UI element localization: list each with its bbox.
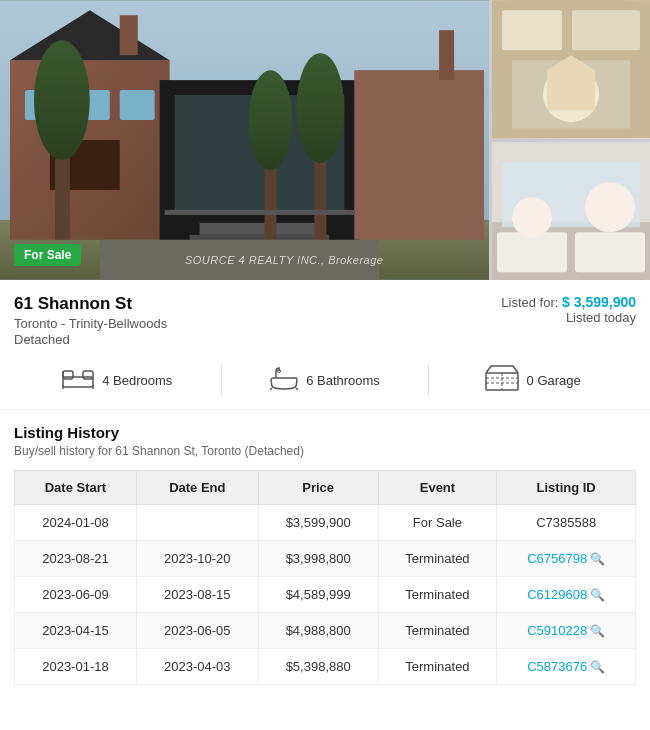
table-row: 2023-01-182023-04-03$5,398,880Terminated…: [15, 649, 636, 685]
garage-icon: [485, 365, 519, 395]
property-gallery: For Sale SOURCE 4 REALTY INC., Brokerage: [0, 0, 650, 280]
table-row: 2024-01-08$3,599,900For SaleC7385588: [15, 505, 636, 541]
cell-date-start: 2023-04-15: [15, 613, 137, 649]
svg-rect-22: [165, 210, 355, 215]
listing-history-subtitle: Buy/sell history for 61 Shannon St, Toro…: [14, 444, 636, 458]
svg-rect-33: [575, 232, 645, 272]
price-value: $ 3,599,900: [562, 294, 636, 310]
svg-rect-25: [572, 10, 640, 50]
listing-id-link[interactable]: C5910228🔍: [505, 623, 627, 638]
listing-id-link[interactable]: C5873676🔍: [505, 659, 627, 674]
cell-date-start: 2023-08-21: [15, 541, 137, 577]
cell-date-start: 2024-01-08: [15, 505, 137, 541]
svg-rect-4: [120, 15, 138, 55]
search-icon: 🔍: [590, 552, 605, 566]
cell-date-end: 2023-08-15: [136, 577, 258, 613]
bedrooms-feature: 4 Bedrooms: [14, 367, 221, 393]
listing-history-title: Listing History: [14, 424, 636, 441]
listed-date: Listed today: [501, 310, 636, 325]
cell-event: Terminated: [378, 613, 497, 649]
svg-point-35: [585, 182, 635, 232]
bath-icon: [270, 366, 298, 394]
svg-line-42: [270, 388, 272, 390]
property-info: 61 Shannon St Toronto - Trinity-Bellwood…: [0, 280, 650, 355]
main-property-image: [0, 0, 489, 280]
table-row: 2023-08-212023-10-20$3,998,800Terminated…: [15, 541, 636, 577]
search-icon: 🔍: [590, 588, 605, 602]
property-details-left: 61 Shannon St Toronto - Trinity-Bellwood…: [14, 294, 167, 347]
for-sale-badge: For Sale: [14, 244, 81, 266]
cell-listing-id[interactable]: C6129608🔍: [497, 577, 636, 613]
gallery-main-image: For Sale SOURCE 4 REALTY INC., Brokerage: [0, 0, 489, 280]
listing-history-table: Date Start Date End Price Event Listing …: [14, 470, 636, 685]
table-header: Date Start Date End Price Event Listing …: [15, 471, 636, 505]
cell-price: $3,998,800: [258, 541, 378, 577]
svg-point-18: [248, 70, 292, 170]
col-event: Event: [378, 471, 497, 505]
cell-event: Terminated: [378, 577, 497, 613]
cell-price: $4,589,999: [258, 577, 378, 613]
listing-id-link[interactable]: C6129608🔍: [505, 587, 627, 602]
listed-for-label: Listed for: $ 3,599,900: [501, 294, 636, 310]
garage-feature: 0 Garage: [429, 365, 636, 395]
bedrooms-count-label: 4 Bedrooms: [102, 373, 172, 388]
svg-point-20: [296, 53, 344, 163]
svg-rect-12: [200, 223, 320, 235]
bed-icon: [62, 367, 94, 393]
listing-id-link[interactable]: C6756798🔍: [505, 551, 627, 566]
cell-date-end: 2023-10-20: [136, 541, 258, 577]
cell-listing-id[interactable]: C6756798🔍: [497, 541, 636, 577]
svg-rect-24: [502, 10, 562, 50]
cell-event: Terminated: [378, 541, 497, 577]
listing-history-section: Listing History Buy/sell history for 61 …: [0, 410, 650, 685]
property-location: Toronto - Trinity-Bellwoods: [14, 316, 167, 331]
table-row: 2023-04-152023-06-05$4,988,800Terminated…: [15, 613, 636, 649]
bathrooms-feature: 6 Bathrooms: [222, 366, 429, 394]
svg-rect-32: [497, 232, 567, 272]
property-address: 61 Shannon St: [14, 294, 167, 314]
gallery-side-images: [492, 0, 650, 280]
cell-price: $3,599,900: [258, 505, 378, 541]
col-date-end: Date End: [136, 471, 258, 505]
gallery-side-image-bottom: [492, 142, 650, 281]
search-icon: 🔍: [590, 660, 605, 674]
svg-rect-13: [354, 70, 484, 240]
cell-event: Terminated: [378, 649, 497, 685]
watermark-text: SOURCE 4 REALTY INC., Brokerage: [185, 254, 384, 266]
cell-event: For Sale: [378, 505, 497, 541]
cell-price: $4,988,800: [258, 613, 378, 649]
table-body: 2024-01-08$3,599,900For SaleC73855882023…: [15, 505, 636, 685]
svg-rect-7: [120, 90, 155, 120]
cell-date-start: 2023-01-18: [15, 649, 137, 685]
property-price: Listed for: $ 3,599,900 Listed today: [501, 294, 636, 325]
svg-point-16: [34, 40, 90, 160]
cell-date-start: 2023-06-09: [15, 577, 137, 613]
svg-point-34: [512, 197, 552, 237]
house-illustration: [0, 0, 489, 280]
col-listing-id: Listing ID: [497, 471, 636, 505]
cell-price: $5,398,880: [258, 649, 378, 685]
cell-date-end: 2023-04-03: [136, 649, 258, 685]
col-price: Price: [258, 471, 378, 505]
svg-line-43: [296, 388, 298, 390]
cell-listing-id[interactable]: C5910228🔍: [497, 613, 636, 649]
cell-listing-id[interactable]: C5873676🔍: [497, 649, 636, 685]
cell-listing-id: C7385588: [497, 505, 636, 541]
gallery-side-image-top: [492, 0, 650, 139]
garage-count-label: 0 Garage: [527, 373, 581, 388]
cell-date-end: 2023-06-05: [136, 613, 258, 649]
col-date-start: Date Start: [15, 471, 137, 505]
table-row: 2023-06-092023-08-15$4,589,999Terminated…: [15, 577, 636, 613]
bathrooms-count-label: 6 Bathrooms: [306, 373, 380, 388]
property-type: Detached: [14, 332, 167, 347]
search-icon: 🔍: [590, 624, 605, 638]
svg-rect-14: [439, 30, 454, 80]
property-features: 4 Bedrooms 6 Bathrooms 0 Garage: [0, 355, 650, 410]
cell-date-end: [136, 505, 258, 541]
